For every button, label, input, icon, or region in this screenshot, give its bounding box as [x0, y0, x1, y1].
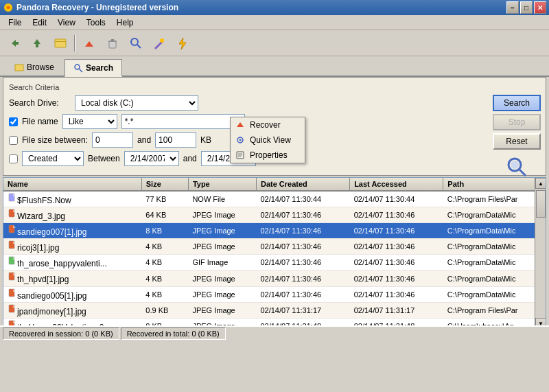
drive-select[interactable]: Local disk (C:) Local disk (D:) [75, 95, 198, 111]
cell-date-created: 02/14/07 11:30:46 [256, 207, 349, 223]
table-row[interactable]: ricoj3[1].jpg4 KBJPEG Image02/14/07 11:3… [3, 239, 546, 255]
table-row[interactable]: sandiego005[1].jpg4 KBJPEG Image02/14/07… [3, 286, 546, 302]
cell-type: JPEG Image [188, 302, 256, 318]
minimize-button[interactable]: − [506, 1, 519, 14]
menu-edit[interactable]: Edit [27, 16, 52, 29]
table-row[interactable]: $FlushFS.Now77 KBNOW File02/14/07 11:30:… [3, 191, 546, 207]
maximize-button[interactable]: □ [520, 1, 533, 14]
svg-rect-4 [109, 41, 116, 48]
search-button[interactable]: Search [493, 95, 541, 111]
tab-browse-label: Browse [27, 62, 54, 72]
filename-checkbox[interactable] [9, 117, 18, 126]
cell-size: 4 KB [141, 270, 188, 286]
status-session: Recovered in session: 0 (0 KB) [3, 327, 119, 340]
like-select[interactable]: Like Equals [62, 114, 117, 129]
context-properties[interactable]: Properties [231, 148, 305, 163]
tab-search[interactable]: Search [65, 59, 122, 77]
status-bar: Recovered in session: 0 (0 KB) Recovered… [0, 325, 549, 341]
cell-size: 64 KB [141, 207, 188, 223]
cell-path: C:\ProgramData\Mic [443, 270, 546, 286]
col-type[interactable]: Type [188, 178, 256, 191]
svg-point-28 [240, 139, 242, 141]
and-label-size: and [137, 135, 151, 145]
results-table: Name Size Type Date Created Last Accesse… [3, 178, 546, 329]
between-label: Between [88, 154, 120, 163]
toolbar-separator-1 [74, 35, 75, 51]
cell-size: 77 KB [141, 191, 188, 207]
menu-help[interactable]: Help [111, 16, 139, 29]
svg-rect-3 [88, 43, 91, 47]
browse-button[interactable] [49, 32, 71, 54]
and-label-date: and [183, 154, 197, 163]
svg-line-12 [80, 69, 83, 72]
svg-rect-1 [55, 39, 66, 47]
menu-file[interactable]: File [3, 16, 27, 29]
svg-marker-9 [179, 38, 186, 49]
context-quickview[interactable]: Quick View [231, 132, 305, 148]
stop-button[interactable]: Stop [493, 114, 541, 130]
cell-type: GIF Image [188, 255, 256, 270]
table-body: $FlushFS.Now77 KBNOW File02/14/07 11:30:… [3, 191, 546, 329]
menu-view[interactable]: View [52, 16, 81, 29]
back-button[interactable] [3, 32, 25, 54]
scroll-thumb[interactable] [536, 190, 546, 218]
svg-point-15 [511, 161, 519, 169]
cell-date-created: 02/14/07 11:30:44 [256, 191, 349, 207]
created-checkbox[interactable] [9, 154, 18, 163]
table-row[interactable]: th_hpvd[1].jpg4 KBJPEG Image02/14/07 11:… [3, 270, 546, 286]
cell-size: 4 KB [141, 286, 188, 302]
cell-name: sandiego005[1].jpg [3, 286, 141, 302]
delete-button[interactable] [102, 32, 124, 54]
cell-last-accessed: 02/14/07 11:30:44 [350, 191, 443, 207]
vertical-scrollbar[interactable]: ▲ ▼ [535, 178, 546, 329]
close-button[interactable]: ✕ [534, 1, 546, 14]
quickview-icon [235, 135, 246, 146]
col-date-created[interactable]: Date Created [256, 178, 349, 191]
scroll-track[interactable] [535, 189, 546, 318]
results-container: Name Size Type Date Created Last Accesse… [3, 177, 546, 341]
svg-line-14 [519, 170, 526, 176]
cell-date-created: 02/14/07 11:30:46 [256, 239, 349, 255]
table-row[interactable]: jpandjmoney[1].jpg0.9 KBJPEG Image02/14/… [3, 302, 546, 318]
tab-browse[interactable]: Browse [5, 59, 63, 76]
up-button[interactable] [26, 32, 48, 54]
cell-path: C:\ProgramData\Mic [443, 207, 546, 223]
size-to-input[interactable] [155, 132, 196, 148]
scroll-up-button[interactable]: ▲ [535, 178, 546, 189]
filesize-checkbox[interactable] [9, 136, 18, 145]
cell-name: sandiego007[1].jpg [3, 223, 141, 239]
table-row[interactable]: th_arose_happyvalenti...4 KBGIF Image02/… [3, 255, 546, 270]
date-from-select[interactable]: 2/14/2007 [124, 151, 179, 166]
col-last-accessed[interactable]: Last Accessed [350, 178, 443, 191]
recover-button[interactable] [78, 32, 100, 54]
toolbar [0, 30, 549, 56]
search-filter-button[interactable] [125, 32, 147, 54]
reset-button[interactable]: Reset [493, 133, 541, 150]
wand-button[interactable] [148, 32, 170, 54]
svg-point-11 [75, 65, 80, 69]
context-recover[interactable]: Recover [231, 117, 305, 132]
cell-path: C:\ProgramData\Mic [443, 255, 546, 270]
browse-tab-icon [14, 62, 24, 72]
col-name[interactable]: Name [3, 178, 141, 191]
cell-size: 8 KB [141, 223, 188, 239]
table-row[interactable]: sandiego007[1].jpg8 KBJPEG Image02/14/07… [3, 223, 546, 239]
pattern-input[interactable] [121, 114, 245, 129]
search-icon-large [506, 157, 527, 177]
svg-point-6 [131, 38, 138, 45]
cell-last-accessed: 02/14/07 11:30:46 [350, 255, 443, 270]
cell-name: Wizard_3.jpg [3, 207, 141, 223]
cell-type: JPEG Image [188, 223, 256, 239]
col-size[interactable]: Size [141, 178, 188, 191]
table-row[interactable]: Wizard_3.jpg64 KBJPEG Image02/14/07 11:3… [3, 207, 546, 223]
table-header: Name Size Type Date Created Last Accesse… [3, 178, 546, 191]
cell-date-created: 02/14/07 11:30:46 [256, 223, 349, 239]
lightning-button[interactable] [172, 32, 194, 54]
menu-tools[interactable]: Tools [81, 16, 111, 29]
cell-name: jpandjmoney[1].jpg [3, 302, 141, 318]
cell-size: 4 KB [141, 239, 188, 255]
size-from-input[interactable] [92, 132, 133, 148]
search-tab-icon [73, 63, 83, 73]
col-path[interactable]: Path [443, 178, 546, 191]
created-type-select[interactable]: Created Modified Accessed [22, 151, 84, 166]
